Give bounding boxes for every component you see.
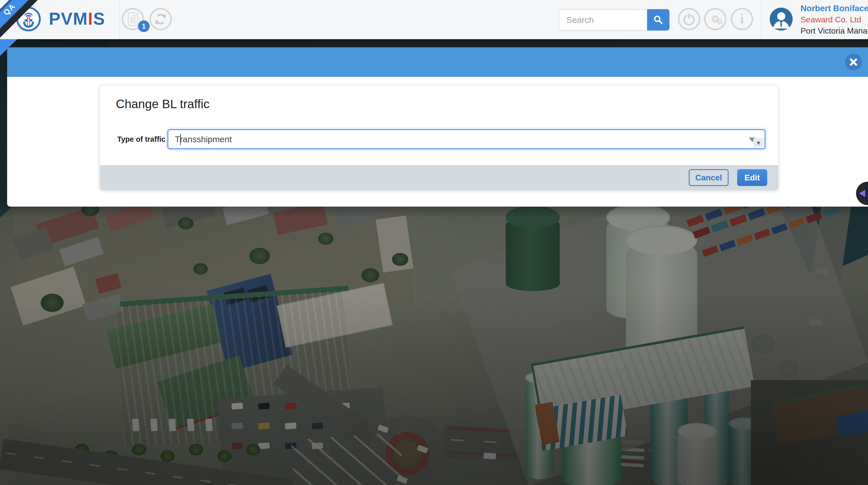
search-group (559, 9, 670, 31)
user-role: Port Victoria Manager (801, 26, 868, 36)
info-icon: i (740, 11, 744, 27)
required-field-marker: * (753, 138, 764, 148)
info-button[interactable]: i (731, 8, 753, 30)
type-of-traffic-input[interactable] (168, 130, 765, 148)
user-name: Norbert Boniface (801, 4, 868, 13)
search-input[interactable] (559, 9, 647, 31)
user-info[interactable]: Norbert Boniface Seaward Co. Ltd Port Vi… (801, 4, 868, 36)
dialog-footer: Cancel Edit (100, 165, 778, 190)
change-bl-traffic-modal: Change BL traffic Type of traffic * Canc… (7, 47, 868, 206)
brand-post: S (93, 9, 105, 28)
report-document-icon (128, 12, 138, 26)
modal-header-bar (7, 47, 868, 77)
arrow-left-icon (859, 190, 865, 197)
text-cursor (180, 134, 181, 145)
search-icon (653, 15, 663, 25)
brand-accent: I (88, 9, 93, 28)
type-of-traffic-label: Type of traffic (108, 121, 165, 157)
user-avatar[interactable] (770, 8, 793, 31)
user-company: Seaward Co. Ltd (801, 15, 868, 25)
type-of-traffic-select[interactable]: * (167, 129, 766, 149)
brand-pre: PVM (49, 9, 88, 28)
person-icon (770, 8, 793, 31)
type-of-traffic-row: Type of traffic * (100, 121, 778, 157)
power-icon (683, 13, 695, 25)
app-header: PVMIS 1 ⚙⚙ i (0, 0, 868, 39)
cancel-button[interactable]: Cancel (689, 169, 728, 186)
dialog-card: Change BL traffic Type of traffic * Canc… (100, 86, 778, 190)
close-icon (849, 58, 858, 66)
logout-button[interactable] (678, 8, 700, 30)
brand-wordmark: PVMIS (49, 9, 105, 29)
refresh-icon (154, 12, 167, 26)
settings-button[interactable]: ⚙⚙ (704, 8, 726, 30)
close-button[interactable] (845, 54, 862, 70)
notification-badge: 1 (138, 20, 150, 32)
header-divider (119, 0, 120, 39)
modal-body: Change BL traffic Type of traffic * Canc… (7, 77, 868, 206)
edit-button[interactable]: Edit (737, 169, 767, 186)
dialog-title: Change BL traffic (116, 97, 210, 111)
refresh-button[interactable] (149, 8, 172, 30)
search-button[interactable] (647, 9, 670, 31)
header-divider (761, 0, 762, 39)
gears-icon: ⚙⚙ (711, 14, 720, 24)
